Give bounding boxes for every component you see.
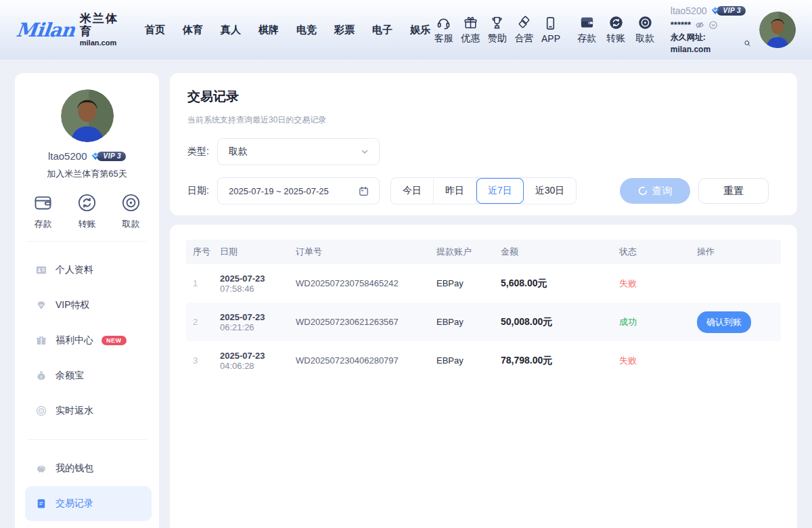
vip-diamond-icon — [90, 151, 101, 162]
divider — [27, 439, 147, 440]
avatar[interactable] — [759, 12, 796, 48]
page-subtitle: 当前系统支持查询最近30日的交易记录 — [187, 114, 780, 126]
row-amount: 78,798.00元 — [494, 355, 612, 367]
header-wallet-label: 存款 — [577, 32, 596, 45]
header-wallet-transfer[interactable]: 转账 — [602, 15, 631, 45]
sidebar-item-transactions[interactable]: 交易记录 — [25, 486, 152, 521]
header-service-label: 客服 — [434, 32, 453, 45]
reset-button[interactable]: 重置 — [698, 178, 769, 204]
table-row: 3 2025-07-23 04:06:28 WD2025072304062807… — [186, 341, 781, 380]
row-index: 2 — [186, 317, 213, 327]
sidebar-item-bets[interactable]: 投注记录 — [15, 521, 159, 528]
sidebar-item-label: 我的钱包 — [55, 462, 93, 475]
table-row: 2 2025-07-23 06:21:26 WD2025072306212635… — [186, 303, 781, 341]
loading-spinner-icon — [638, 186, 648, 196]
header-service-partner[interactable]: 合营 — [511, 15, 538, 45]
header-service-promos[interactable]: 优惠 — [457, 15, 484, 45]
app-icon — [543, 16, 558, 31]
col-index: 序号 — [186, 246, 213, 258]
table-row: 1 2025-07-23 07:58:46 WD2025072307584652… — [186, 264, 781, 303]
username: ltao5200 — [671, 4, 707, 18]
range-30days-button[interactable]: 近30日 — [524, 178, 577, 204]
row-date: 2025-07-23 06:21:26 — [213, 312, 289, 332]
row-date-time: 06:21:26 — [220, 322, 254, 332]
row-status: 成功 — [612, 316, 690, 328]
joined-days-label: 加入米兰体育第65天 — [15, 168, 159, 180]
sidebar-item-label: 交易记录 — [55, 498, 93, 510]
gem-icon — [35, 299, 47, 311]
nav-item-entertainment[interactable]: 娱乐 — [410, 24, 430, 37]
withdraw-icon — [637, 15, 653, 30]
quick-transfer[interactable]: 转账 — [76, 192, 97, 230]
header-wallet-label: 取款 — [635, 32, 654, 45]
quick-range-group: 今日 昨日 近7日 近30日 — [390, 177, 577, 204]
date-range-input[interactable]: 2025-07-19 ~ 2025-07-25 — [217, 177, 380, 204]
sidebar-quick-actions: 存款 转账 取款 — [15, 192, 159, 230]
row-order-no: WD202507230406280797 — [289, 355, 430, 366]
range-today-button[interactable]: 今日 — [391, 178, 434, 204]
nav-item-home[interactable]: 首页 — [145, 24, 165, 37]
sidebar-item-profile[interactable]: 个人资料 — [15, 252, 159, 288]
header-service-support[interactable]: 客服 — [430, 15, 457, 45]
withdraw-outline-icon — [120, 192, 141, 213]
type-select-value: 取款 — [229, 146, 360, 158]
gift-icon — [463, 15, 478, 30]
type-label: 类型: — [187, 146, 217, 158]
divider — [27, 241, 147, 242]
eye-off-icon[interactable] — [695, 20, 704, 30]
partner-icon — [516, 15, 532, 30]
row-order-no: WD202507230621263567 — [289, 317, 430, 327]
header-wallet-withdraw[interactable]: 取款 — [631, 15, 660, 45]
header-service-app[interactable]: APP — [537, 16, 564, 44]
row-order-no: WD202507230758465242 — [289, 278, 430, 288]
profile-username: ltao5200 — [48, 150, 87, 162]
money-bag-icon — [35, 370, 47, 382]
type-select[interactable]: 取款 — [217, 138, 380, 165]
col-date: 日期 — [213, 246, 289, 258]
nav-item-slots[interactable]: 电子 — [372, 24, 392, 37]
sidebar-item-vip[interactable]: VIP特权 — [15, 288, 159, 323]
row-date-day: 2025-07-23 — [220, 312, 289, 322]
quick-deposit[interactable]: 存款 — [32, 192, 53, 230]
row-date-day: 2025-07-23 — [220, 273, 289, 284]
brand-logo-script: Milan — [15, 19, 75, 41]
header-wallet-deposit[interactable]: 存款 — [572, 15, 602, 45]
nav-item-sports[interactable]: 体育 — [183, 24, 203, 37]
brand-cn-name: 米兰体育 — [80, 13, 123, 38]
piggy-bank-icon — [35, 462, 47, 475]
row-status: 失败 — [612, 355, 690, 367]
confirm-received-button[interactable]: 确认到账 — [697, 311, 751, 333]
nav-item-esports[interactable]: 电竞 — [296, 24, 317, 37]
header-service-label: 优惠 — [461, 32, 480, 45]
vip-badge: VIP 3 — [710, 6, 746, 16]
search-icon[interactable] — [744, 39, 751, 47]
nav-item-lottery[interactable]: 彩票 — [334, 24, 355, 37]
gift-box-icon — [35, 334, 47, 347]
profile-avatar[interactable] — [61, 89, 114, 142]
sidebar-item-benefits[interactable]: 福利中心 NEW — [15, 323, 159, 358]
header-service-sponsor[interactable]: 赞助 — [484, 15, 511, 45]
permanent-site-label: 永久网址: milan.com — [671, 31, 742, 56]
refresh-circle-icon[interactable] — [708, 20, 718, 30]
range-yesterday-button[interactable]: 昨日 — [434, 178, 476, 204]
quick-action-label: 转账 — [78, 218, 96, 230]
range-7days-button[interactable]: 近7日 — [476, 178, 524, 204]
row-account: EBPay — [430, 355, 494, 366]
user-info: ltao5200 VIP 3 ****** 永久网址 — [671, 4, 751, 56]
vip-diamond-icon — [710, 5, 721, 16]
sidebar-item-wallet[interactable]: 我的钱包 — [15, 451, 159, 486]
col-account: 提款账户 — [430, 246, 494, 258]
nav-item-cards[interactable]: 棋牌 — [258, 24, 279, 37]
col-order-no: 订单号 — [289, 246, 430, 258]
sidebar-item-yuebao[interactable]: 余额宝 — [15, 358, 159, 393]
brand-logo[interactable]: Milan 米兰体育 milan.com — [16, 13, 123, 46]
rebate-icon — [35, 405, 47, 417]
nav-item-live[interactable]: 真人 — [221, 24, 241, 37]
sidebar: ltao5200 VIP 3 加入米兰体育第65天 存款 — [15, 73, 159, 528]
query-button-label: 查询 — [652, 185, 673, 198]
quick-withdraw[interactable]: 取款 — [120, 192, 141, 230]
query-button[interactable]: 查询 — [620, 178, 690, 204]
row-date-time: 07:58:46 — [220, 284, 254, 294]
header-service-label: APP — [541, 33, 560, 44]
sidebar-item-rebate[interactable]: 实时返水 — [15, 393, 159, 428]
